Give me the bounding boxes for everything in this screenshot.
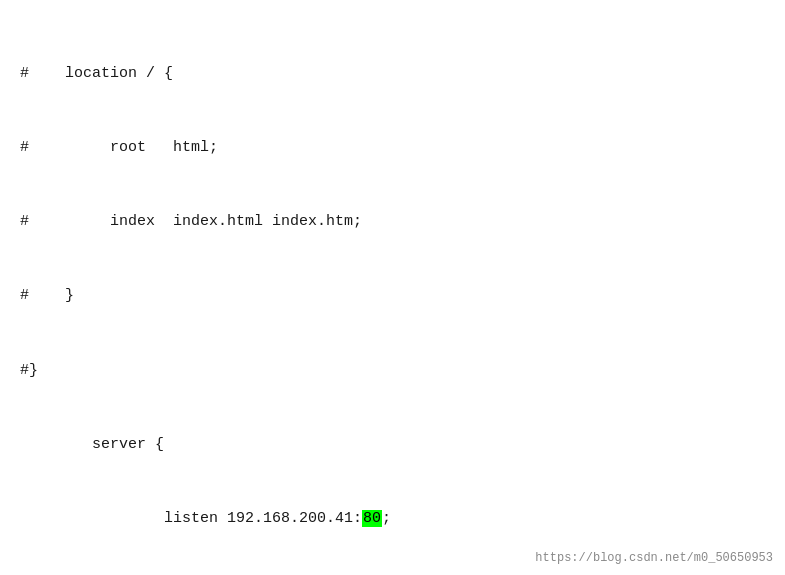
code-line-5: #}: [20, 359, 765, 384]
code-line-6: server {: [20, 433, 765, 458]
code-line-4: # }: [20, 284, 765, 309]
code-line-1: # location / {: [20, 62, 765, 87]
code-line-2: # root html;: [20, 136, 765, 161]
watermark: https://blog.csdn.net/m0_50650953: [535, 551, 773, 565]
code-line-7: listen 192.168.200.41:80;: [20, 507, 765, 532]
code-line-3: # index index.html index.htm;: [20, 210, 765, 235]
highlight-port: 80: [362, 510, 382, 527]
code-block: # location / { # root html; # index inde…: [0, 0, 785, 575]
